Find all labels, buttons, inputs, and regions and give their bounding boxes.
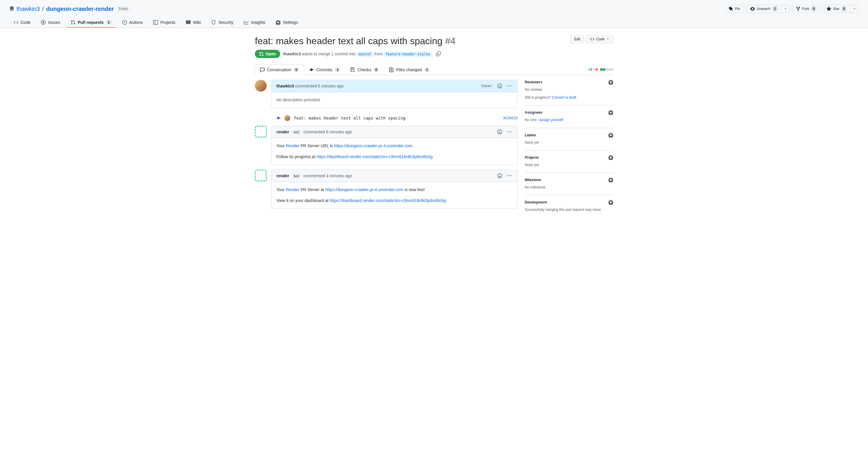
commit-icon	[309, 67, 314, 72]
render-link[interactable]: Render	[286, 187, 299, 192]
code-icon	[590, 37, 594, 41]
table-icon	[153, 20, 158, 25]
fork-icon	[796, 6, 801, 11]
kebab-button[interactable]	[505, 172, 513, 179]
pr-tab-files[interactable]: Files changed1	[384, 64, 435, 75]
comment-body: Your Render PR Server URL is https://dun…	[272, 138, 517, 165]
pr-server-url-link[interactable]: https://dungeon-crawler-pr-4.onrender.co…	[334, 143, 412, 148]
pin-button[interactable]: Pin	[725, 5, 744, 13]
sidebar-milestone: Milestone No milestone	[525, 173, 613, 195]
avatar[interactable]	[255, 80, 267, 92]
base-branch[interactable]: master	[357, 52, 373, 57]
pr-tab-conversation[interactable]: Conversation0	[255, 64, 304, 75]
copy-icon	[436, 52, 441, 56]
code-icon	[13, 20, 18, 25]
comment-author-link[interactable]: render	[276, 173, 289, 178]
pr-count: 1	[106, 20, 112, 25]
code-dropdown-button[interactable]: Code	[586, 35, 613, 43]
dashboard-url-link[interactable]: https://dashboard.render.com/static/srv-…	[316, 154, 433, 159]
watch-count: 1	[772, 6, 778, 12]
pr-number: #4	[445, 36, 456, 46]
kebab-icon	[507, 130, 512, 134]
repo-actions: Pin Unwatch 1 Fork 0 Star	[725, 5, 859, 13]
repo-name-link[interactable]: dungeon-crawler-render	[46, 6, 114, 12]
star-count: 0	[841, 6, 847, 12]
tab-security[interactable]: Security	[207, 18, 238, 28]
edit-button[interactable]: Edit	[570, 35, 584, 43]
pr-title: feat: makes header text all caps with sp…	[255, 35, 456, 47]
unwatch-dropdown[interactable]	[782, 5, 789, 13]
pr-tab-commits[interactable]: Commits1	[304, 64, 345, 75]
fork-button[interactable]: Fork 0	[792, 5, 820, 13]
gear-icon[interactable]	[609, 200, 613, 205]
assign-yourself-link[interactable]: assign yourself	[540, 118, 563, 122]
gear-icon[interactable]	[609, 177, 613, 182]
star-dropdown[interactable]	[850, 5, 859, 13]
tab-actions[interactable]: Actions	[118, 18, 147, 28]
graph-icon	[244, 20, 249, 25]
comment-author-link[interactable]: thawkin3	[276, 84, 294, 88]
repo-nav: Code Issues Pull requests1 Actions Proje…	[9, 18, 859, 28]
sidebar-assignees: Assignees No one—assign yourself	[525, 105, 613, 128]
kebab-button[interactable]	[505, 128, 513, 135]
pr-server-url-link[interactable]: https://dungeon-crawler-pr-4.onrender.co…	[325, 187, 403, 192]
react-button[interactable]	[496, 172, 503, 179]
pr-icon	[259, 52, 264, 56]
gear-icon[interactable]	[609, 80, 613, 85]
head-branch[interactable]: feature-header-styles	[383, 52, 432, 57]
tab-insights[interactable]: Insights	[240, 18, 269, 28]
copy-branch-button[interactable]	[435, 51, 442, 57]
tab-pull-requests[interactable]: Pull requests1	[67, 18, 116, 28]
kebab-button[interactable]	[505, 83, 513, 90]
avatar[interactable]	[255, 170, 267, 182]
comment: render bot commented 4 minutes ago Your …	[271, 170, 518, 209]
react-button[interactable]	[496, 83, 503, 90]
kebab-icon	[507, 84, 512, 88]
tab-code[interactable]: Code	[9, 18, 34, 28]
commit-author-avatar[interactable]	[284, 115, 290, 121]
star-button[interactable]: Star 0	[823, 5, 850, 13]
book-icon	[186, 20, 191, 25]
pr-icon	[71, 20, 75, 25]
play-icon	[122, 20, 127, 25]
gear-icon[interactable]	[609, 133, 613, 137]
pr-state-badge: Open	[255, 50, 280, 58]
comment-author-link[interactable]: render	[276, 130, 289, 134]
avatar[interactable]	[255, 126, 267, 137]
dashboard-url-link[interactable]: https://dashboard.render.com/static/srv-…	[330, 198, 446, 203]
star-icon	[827, 6, 831, 11]
commit-message[interactable]: feat: makes header text all caps with sp…	[294, 116, 405, 121]
tab-issues[interactable]: Issues	[37, 18, 64, 28]
kebab-icon	[507, 173, 512, 178]
comment-body: Your Render PR Server at https://dungeon…	[272, 182, 517, 208]
gear-icon	[276, 20, 280, 25]
bot-badge: bot	[291, 174, 301, 178]
pr-merge-description: thawkin3 wants to merge 1 commit into ma…	[283, 52, 432, 56]
sidebar-labels: Labels None yet	[525, 128, 613, 151]
sidebar-reviewers: Reviewers No reviews Still in progress? …	[525, 80, 613, 105]
checklist-icon	[350, 67, 355, 72]
tab-settings[interactable]: Settings	[272, 18, 302, 28]
repo-owner-link[interactable]: thawkin3	[17, 6, 40, 12]
gear-icon[interactable]	[609, 110, 613, 115]
pin-icon	[728, 6, 733, 11]
tab-wiki[interactable]: Wiki	[182, 18, 205, 28]
render-link[interactable]: Render	[286, 143, 299, 148]
gear-icon[interactable]	[609, 155, 613, 160]
smiley-icon	[497, 173, 502, 178]
commit-icon	[276, 116, 281, 121]
comment-body-text: No description provided.	[276, 97, 513, 103]
sidebar-projects: Projects None yet	[525, 151, 613, 173]
comment: thawkin3 commented 6 minutes ago Owner N…	[271, 80, 518, 108]
react-button[interactable]	[496, 128, 503, 135]
pr-tab-checks[interactable]: Checks0	[345, 64, 384, 75]
pr-author-link[interactable]: thawkin3	[283, 52, 301, 56]
convert-to-draft-link[interactable]: Convert to draft	[552, 95, 576, 100]
fork-count: 0	[811, 6, 817, 12]
eye-icon	[750, 6, 755, 11]
smiley-icon	[497, 130, 502, 134]
tab-projects[interactable]: Projects	[149, 18, 180, 28]
unwatch-button[interactable]: Unwatch 1	[746, 5, 781, 13]
commit-sha-link[interactable]: 3b26629	[503, 116, 518, 120]
visibility-badge: Public	[116, 6, 131, 11]
